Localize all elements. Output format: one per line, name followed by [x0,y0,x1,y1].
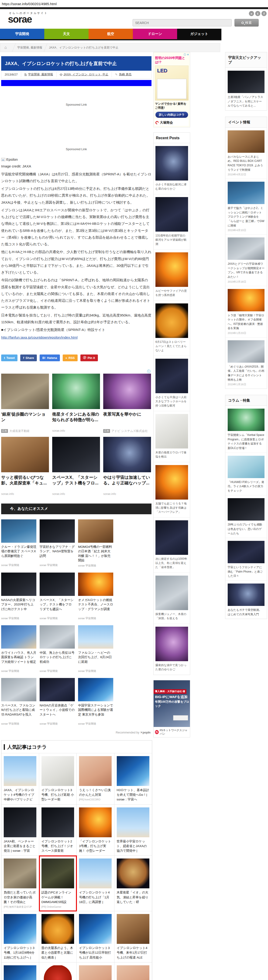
hatena-button[interactable]: B! Hatena [40,355,60,361]
led-ad[interactable]: ⓘ ✕ 照明の2020年問題とは!? LED マンガで分かる! 資料をご用意! … [153,52,190,127]
recent-post-item[interactable]: 爆発的な渦中で見つかった星のゆりかご [154,624,190,675]
nav-tab-space-dev[interactable]: 宇宙開発 [0,29,44,39]
recent-post-item[interactable]: 太陽でも起こりうる？地球に影響を及ぼす現象は「スーパーフレア」 [154,462,190,517]
recent-post-item[interactable]: 131億年前の初期宇宙の銀河をアルマ望遠鏡が観測 [154,194,190,250]
related-card[interactable]: サッと横切るいびつな影。火星探査車「キュ... sorae.info [1,437,49,496]
recent-post-item[interactable]: 6月17日はストロベリームーン！見たくてたまらないよ [154,301,190,356]
recent-post-item[interactable]: ルビーやサファイアの雲を持つ系外惑星 [154,250,190,301]
bigip-ad[interactable]: 導入事例：大手旅行会社 様 BIG-IPにWAFを追加 年間100万件の攻撃をブ… [153,680,190,737]
popular-card[interactable]: イプシロンロケット4号機の打ち上げ「1月18日」に再調整 | [77,856,114,911]
home-icon[interactable]: ⌂ [0,45,11,50]
article-meta: 2013/8/27 宇宙開発, 最新情報 JAXA, イプシロン, ロケット, … [1,71,151,79]
recent-post-item[interactable]: 小さくても中身は一人前 大きなブラックホールを持つ活発な銀河 [154,356,190,411]
recommend-card[interactable]: ファルコン・ヘビーの次回打ち上げ、6月24日に延期 sorae 宇宙開発 [78,625,113,673]
recommend-card[interactable]: オメガAロケットの燃焼テスト不具合、ノースロップ・グラマンが調査 sorae 宇… [78,573,113,620]
popular-card[interactable]: 「歯が黄色いね...」長年のコンプレックスが解消されて夢み [PR] denno… [77,963,114,980]
search-button[interactable]: 検索 [235,19,258,27]
recommend-card[interactable]: NASAの月近傍拠点「ゲートウェイ」小規模でのスタートへ sorae 宇宙開発 [40,678,75,725]
popular-card[interactable]: 木星衛星「イオ」の大気、凍結と昇華を繰り返していた：研 [114,856,152,911]
ad-info-icon[interactable]: ⓘ [184,53,186,56]
event-item[interactable]: おバカなレースに大まじめ。RED BULL BOX CART RACE TOKY… [225,127,267,179]
ad-info-icon[interactable]: ⓘ [147,369,151,373]
facebook-icon[interactable]: f [262,11,266,16]
event-item[interactable]: JAXAとグリーの宇宙体感ワークショップが期間限定オープン。VRで月を爆走できる… [225,235,267,286]
column-item[interactable]: 28年ぶりのプレイでも感動は色あせない。思い出のゲームたち [225,495,267,538]
article-category-link[interactable]: 宇宙開発, 最新情報 [28,73,53,76]
recent-posts-heading: Recent Posts [154,133,190,143]
site-header: そらへのポータルサイト sorae » t f 検索 [0,9,268,29]
recommend-card[interactable]: 宇宙好きなアリアナ・グランデ、NASA管制室を訪問 sorae 宇宙開発 [40,519,75,568]
pickup-item[interactable]: 土星3衛星「パン／アトラス／ダフニス」を同じスケールでならべてみると... [225,68,267,110]
popular-card[interactable]: 世界最小宇宙ロケット、経産省とJAXAの協力で開発中 | [114,805,152,856]
nav-tab-aviation[interactable]: 航空 [89,29,133,39]
popular-card[interactable]: イプシロンロケット3号機、打ち上げ延期 小型レーダー衛 [39,753,77,805]
popular-card[interactable]: イプシロンロケット3号機が11月12日早朝打ち上げ 高性能小 [77,911,114,963]
related-card[interactable]: 衛星タイタンにある湖の知られざる特徴が明ら... sorae.info [52,374,100,433]
popular-card[interactable]: γ-GTPやALTの数値が改善?肝臓の解毒力を助ける成分とは [PR] カゴメ株… [39,963,77,980]
nav-tab-drone[interactable]: ドローン [133,29,177,39]
popular-thumb-epsilon4-ale [117,914,149,944]
nav-tab-astronomy[interactable]: 天文 [44,29,89,39]
recent-thumb-strawberry-moon [155,304,188,338]
breadcrumb-category[interactable]: 宇宙開発, 最新情報 [17,46,42,50]
popular-card[interactable]: H3ロケット、基本設計を終えて開発へGo！| sorae：宇宙へ [114,753,152,805]
popular-card[interactable]: イプシロンロケット3号機、1月18日6時6分11秒に打ち上げへ | [2,911,39,963]
led-ad-button[interactable]: 詳しい内容はコチラ [155,112,188,118]
popular-card[interactable]: イプシロンロケット4号機、来年1月17日打ち上げの報道 ALE [114,911,152,963]
recent-post-item[interactable]: 次に接近するのは1000年以上先、冬に見頃を迎えた「岩本彗星」 [154,517,190,573]
popular-card[interactable]: うえっ！くさ〜い口臭のかんたん対策 [PR] fromCOCORO [77,753,114,805]
popular-card[interactable]: 昔の太陽系のよう。木星と小惑星帯と太陽に似た構造 | [39,911,77,963]
twitter-icon[interactable]: t [255,11,260,16]
facebook-share-button[interactable]: f Share [20,355,36,361]
column-item[interactable]: 宇宙開発シム「Kerbal Space Program」に惑星探査とロボティクス… [225,406,267,453]
article-tags-link[interactable]: JAXA, イプシロン, ロケット, 中止 [63,73,108,76]
rss-share-button[interactable]: » RSS [63,355,78,361]
ad-banner-blue[interactable] [1,80,151,86]
related-card[interactable]: '銀座'徒歩圏のマンション 広告大成有楽不動産 [1,374,49,433]
recent-post-item[interactable]: 木星の衛星エウロパで食塩を検出 [154,411,190,462]
event-item[interactable]: 「めぐりあいJAXA2019」開催。人工衛星「だいち」の画像データによるサイレン… [225,337,267,388]
recommend-card[interactable]: スペースX、ファルコン9の打ち上げと着陸に成功 RADARSATを投入 sora… [1,678,36,725]
article-external-link[interactable]: http://fanfun.jaxa.jp/countdown/epsilon/… [1,336,78,339]
recommend-card[interactable]: クルー・ドラゴン爆発現場の整備完了 スペースXら原因解明急ぐ sorae 宇宙開… [1,519,36,568]
event-item[interactable]: 親子で協力「はやぶさ2」ミッションに挑戦！ロボットプログラミング体験会を「ららぽ… [225,179,267,235]
pinterest-button[interactable]: Ⓟ Pin it [81,355,98,361]
bigip-ad-button[interactable] [173,715,188,721]
rss-icon[interactable]: » [249,11,254,16]
recommend-card[interactable]: 中国、海上から長征11号ロケットの打ち上げに初成功 sorae 宇宙開発 [40,625,75,673]
popular-card-highlighted[interactable]: 話題のPCオンラインゲームが満載！DMMGAMES特設 [PR] OnlineG… [39,856,77,911]
column-item[interactable]: あなたもガチで星空観測。はじめての天体写真入門 [225,581,267,619]
column-item[interactable]: 「HUAWEI P30シリーズ」発売。ライカ4眼カメラの実力をチェック [225,453,267,496]
related-thumb-mars-rover [1,437,49,472]
recent-post-item[interactable]: 探査機ジュノー、木星の「深淵」を捉える [154,573,190,624]
popular-card[interactable]: イプシロンロケット3号機、2018年1月17日朝の打ち上げ決 [2,963,39,980]
related-card[interactable]: やはり宇宙は加速している。より正確なハッブ... sorae.info [103,437,151,496]
related-card[interactable]: 夜景写真を華やかに 広告アドビ システムズ株式会社 [103,374,151,433]
nav-tab-gadget[interactable]: ガジェット [177,29,221,39]
article-author-link[interactable]: 鳥嶋 真也 [119,73,132,76]
popular-card[interactable]: 「イプシロンロケット3号機」打ち上げ実施！ 小型レーダー [77,805,114,856]
event-item[interactable]: トラ技「物理大実験！宇宙ロケットの製作」オフ会開催へ。IST技術者の講演・懇親会… [225,286,267,337]
tag-icon [59,73,62,76]
popular-card[interactable]: かつら業界が悲鳴！東国原氏愛用の世界的特許取得の爆売れ [PR] TrendMa… [114,963,152,980]
recommend-card[interactable]: ホワイトハウス、有人月面探査を再確認 トランプ大統領ツイートを補足 sorae … [1,625,36,673]
recommend-card[interactable]: スペースX、「スターシップ」テスト機をフロリダでも建設へ sorae 宇宙開発 [40,573,75,620]
ad-close-icon[interactable]: ✕ [187,53,189,56]
tweet-button[interactable]: t Tweet [1,355,17,361]
column-item[interactable]: 宇宙というフロンティアに挑む「Palm Phone」と過ごした日々 [225,538,267,581]
related-card[interactable]: スペースX、「スターシップ」テスト機をフロ... sorae.info [52,437,100,496]
recommend-credit[interactable]: Recommended by ✕popIn [1,731,151,734]
recommend-card[interactable]: 中国宇宙ステーションで国際機関による実験が選定 東京大学も参加 sorae 宇宙… [78,678,113,725]
popular-card[interactable]: JAXA初、ベンチャー企業に衛星をまるごと発注 | sorae：宇宙 [2,805,39,856]
recommend-thumb-china-station [78,678,113,701]
recommend-card[interactable]: MOMO4号機の一部燃料の日本酒「紀土 純米大吟醸 宙へ！！」が販売開始 sor… [78,519,113,568]
search-input[interactable] [133,19,232,26]
popular-grid: JAXA、イプシロンロケット4号機のライブ中継やパブリックビ イプシロンロケット… [2,753,152,980]
popular-card[interactable]: 負債だと思っていたボロ空き家の価値が高騰！その理由と [PR] 無料不動産査定4… [2,856,39,911]
popular-card[interactable]: JAXA、イプシロンロケット4号機のライブ中継やパブリックビ [2,753,39,805]
article-paragraph: イプシロンロケットの打ち上げは8月27日13時45分に予定され、打ち上げ準備作業… [1,185,151,206]
recent-post-item[interactable]: 小さく不規則な銀河に潜む星のゆりかご [154,143,190,194]
site-logo[interactable]: そらへのポータルサイト sorae [8,11,48,24]
popular-card[interactable]: イプシロンロケット2号機、打ち上げ！ジオスペース探査衛 [39,805,77,856]
recommend-card[interactable]: NASAの火星探査ヘリコプター、2020年打ち上げに向けテスト中 sorae 宇… [1,573,36,620]
